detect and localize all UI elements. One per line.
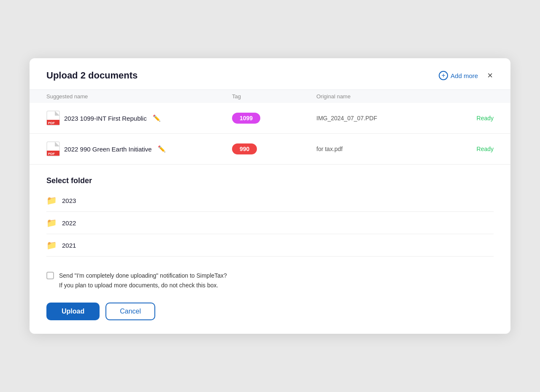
doc-name-cell: PDF 2023 1099-INT First Republic ✏️ [46, 111, 232, 126]
upload-button[interactable]: Upload [46, 303, 100, 320]
table-row: PDF 2023 1099-INT First Republic ✏️ 1099… [30, 103, 510, 134]
folder-item[interactable]: 📁 2021 [46, 234, 494, 257]
modal-footer: Upload Cancel [30, 294, 510, 334]
pdf-icon: PDF [46, 141, 60, 157]
doc-suggested-name: 2022 990 Green Earth Initiative [64, 146, 152, 153]
svg-text:PDF: PDF [48, 121, 55, 125]
modal-title: Upload 2 documents [46, 70, 138, 81]
tag-badge: 990 [232, 143, 257, 154]
folder-list: 📁 2023 📁 2022 📁 2021 [46, 189, 494, 257]
doc-status: Ready [443, 146, 494, 152]
folder-name: 2023 [62, 197, 76, 204]
select-folder-title: Select folder [46, 176, 494, 185]
doc-original-name: IMG_2024_07_07.PDF [316, 115, 443, 122]
document-rows: PDF 2023 1099-INT First Republic ✏️ 1099… [30, 103, 510, 165]
folder-icon: 📁 [46, 240, 57, 250]
folder-icon: 📁 [46, 195, 57, 205]
col-suggested-name: Suggested name [46, 93, 232, 100]
svg-text:PDF: PDF [48, 152, 55, 156]
folder-name: 2021 [62, 242, 76, 249]
col-status [443, 93, 494, 100]
doc-suggested-name: 2023 1099-INT First Republic [64, 115, 147, 122]
doc-original-name: for tax.pdf [316, 146, 443, 152]
add-more-button[interactable]: + Add more [439, 71, 478, 80]
doc-tag-cell: 990 [232, 143, 316, 154]
cancel-button[interactable]: Cancel [105, 303, 155, 320]
folder-name: 2022 [62, 219, 76, 227]
tag-badge: 1099 [232, 113, 260, 124]
edit-icon[interactable]: ✏️ [153, 114, 161, 122]
col-tag: Tag [232, 93, 316, 100]
close-button[interactable]: × [486, 70, 494, 81]
notification-line2: If you plan to upload more documents, do… [59, 282, 218, 289]
edit-icon[interactable]: ✏️ [158, 145, 166, 153]
doc-status: Ready [443, 115, 494, 122]
modal-header: Upload 2 documents + Add more × [30, 58, 510, 90]
add-more-label: Add more [451, 72, 478, 79]
notification-text: Send "I'm completely done uploading" not… [59, 271, 227, 290]
plus-circle-icon: + [439, 71, 448, 80]
folder-icon: 📁 [46, 218, 57, 228]
table-header: Suggested name Tag Original name [30, 90, 510, 103]
notification-checkbox[interactable] [46, 272, 54, 279]
col-original-name: Original name [316, 93, 443, 100]
notification-section: Send "I'm completely done uploading" not… [30, 261, 510, 294]
folder-item[interactable]: 📁 2023 [46, 189, 494, 212]
select-folder-section: Select folder 📁 2023 📁 2022 📁 2021 [30, 165, 510, 261]
header-actions: + Add more × [439, 70, 494, 81]
notification-line1: Send "I'm completely done uploading" not… [59, 272, 227, 279]
upload-modal: Upload 2 documents + Add more × Suggeste… [30, 58, 510, 334]
doc-name-cell: PDF 2022 990 Green Earth Initiative ✏️ [46, 141, 232, 157]
table-row: PDF 2022 990 Green Earth Initiative ✏️ 9… [30, 134, 510, 165]
folder-item[interactable]: 📁 2022 [46, 212, 494, 234]
pdf-icon: PDF [46, 111, 60, 126]
doc-tag-cell: 1099 [232, 113, 316, 124]
